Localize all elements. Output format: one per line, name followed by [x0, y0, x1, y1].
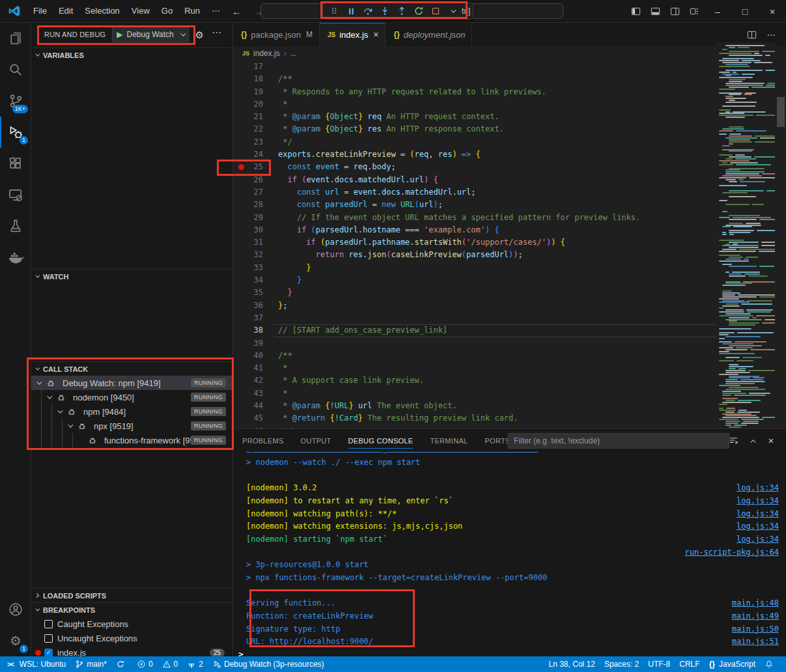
code-line-19[interactable]: 19 * Responds to any HTTP request relate…: [233, 86, 716, 98]
code-line-23[interactable]: 23 */: [233, 136, 716, 148]
status-item-braces[interactable]: {}JavaScript: [705, 656, 760, 672]
gutter-glyph[interactable]: [233, 73, 247, 85]
code-line-17[interactable]: 17: [233, 61, 716, 73]
editor-tab-package.json[interactable]: {}package.jsonM: [233, 23, 320, 46]
gutter-glyph[interactable]: [233, 61, 247, 73]
toggle-panel-icon[interactable]: [645, 0, 665, 23]
debug-settings-gear-icon[interactable]: ⚙: [195, 29, 204, 41]
status-item-error[interactable]: 0: [132, 656, 158, 672]
breakpoint-checkbox[interactable]: [44, 634, 53, 643]
breakpoints-section-header[interactable]: BREAKPOINTS: [31, 602, 232, 617]
breadcrumb-symbol[interactable]: ...: [290, 49, 297, 58]
code-line-20[interactable]: 20 *: [233, 98, 716, 111]
line-number[interactable]: 30: [247, 224, 263, 236]
source-link[interactable]: main.js:48: [732, 598, 779, 608]
code-line-22[interactable]: 22 * @param {Object} res An HTTP respons…: [233, 123, 716, 135]
code-line-39[interactable]: 39: [233, 337, 716, 350]
code-line-18[interactable]: 18/**: [233, 73, 716, 85]
watch-section-header[interactable]: WATCH: [31, 269, 232, 283]
activity-item-source-control[interactable]: 1K+: [0, 85, 31, 117]
gutter-glyph[interactable]: [233, 400, 247, 412]
gutter-glyph[interactable]: [233, 98, 247, 111]
line-number[interactable]: 24: [247, 148, 263, 161]
gutter-glyph[interactable]: [233, 212, 247, 224]
line-number[interactable]: 26: [247, 174, 263, 186]
line-number[interactable]: 37: [247, 312, 263, 324]
gutter-glyph[interactable]: [233, 186, 247, 199]
customize-layout-icon[interactable]: [684, 0, 704, 23]
line-number[interactable]: 38: [247, 324, 263, 337]
source-link[interactable]: main.js:50: [732, 624, 779, 634]
code-line-38[interactable]: 38// [START add_ons_case_preview_link]: [233, 324, 716, 337]
gutter-glyph[interactable]: [233, 174, 247, 186]
debug-session-dropdown-icon[interactable]: [444, 4, 461, 18]
call-stack-row[interactable]: nodemon [9450]RUNNING: [31, 390, 232, 404]
code-line-30[interactable]: 30 if (parsedUrl.hostname === 'example.c…: [233, 224, 716, 236]
status-item-spaces[interactable]: Spaces: 2: [600, 656, 643, 672]
maximize-panel-icon[interactable]: [746, 436, 763, 445]
panel-tab-terminal[interactable]: TERMINAL: [430, 429, 468, 452]
breakpoint-checkbox[interactable]: ✓: [44, 649, 53, 657]
pause-button[interactable]: [343, 4, 359, 18]
gutter-glyph[interactable]: [233, 224, 247, 236]
activity-item-settings[interactable]: ⚙1: [0, 625, 31, 656]
gutter-glyph[interactable]: [233, 86, 247, 98]
restart-button[interactable]: [410, 4, 427, 18]
line-number[interactable]: 33: [247, 262, 263, 274]
call-stack-section-header[interactable]: CALL STACK: [31, 361, 232, 376]
line-number[interactable]: 42: [247, 374, 263, 387]
line-number[interactable]: 17: [247, 61, 263, 73]
gutter-glyph[interactable]: [233, 249, 247, 261]
line-number[interactable]: 28: [247, 199, 263, 211]
breadcrumb-file[interactable]: index.js: [253, 49, 280, 58]
line-number[interactable]: 19: [247, 86, 263, 98]
gutter-glyph[interactable]: [233, 362, 247, 374]
code-line-25[interactable]: 25 const event = req.body;: [233, 161, 716, 173]
line-number[interactable]: 27: [247, 186, 263, 199]
line-number[interactable]: 44: [247, 400, 263, 412]
gutter-glyph[interactable]: [233, 111, 247, 123]
maximize-button[interactable]: □: [731, 0, 759, 23]
code-line-41[interactable]: 41 *: [233, 362, 716, 374]
source-link[interactable]: main.js:51: [732, 637, 779, 646]
breakpoint-dot-icon[interactable]: [238, 164, 244, 170]
code-line-37[interactable]: 37: [233, 312, 716, 324]
line-number[interactable]: 29: [247, 212, 263, 224]
menu-item-view[interactable]: View: [126, 3, 156, 19]
gutter-glyph[interactable]: [233, 262, 247, 274]
activity-item-remote-explorer[interactable]: [0, 179, 31, 210]
editor-tab-index.js[interactable]: JSindex.js×: [320, 23, 386, 46]
status-item-broadcast[interactable]: 2: [182, 656, 208, 672]
gutter-glyph[interactable]: [233, 374, 247, 387]
stop-button[interactable]: [427, 4, 444, 18]
launch-config-dropdown[interactable]: ▶ Debug Watch: [112, 27, 189, 42]
call-stack-row[interactable]: functions-framework [954...RUNNING: [31, 433, 232, 447]
variables-section-header[interactable]: VARIABLES: [31, 48, 232, 62]
code-line-29[interactable]: 29 // If the event object URL matches a …: [233, 212, 716, 224]
toggle-secondary-sidebar-icon[interactable]: [665, 0, 684, 23]
code-line-27[interactable]: 27 const url = event.docs.matchedUrl.url…: [233, 186, 716, 199]
code-line-33[interactable]: 33 }: [233, 262, 716, 274]
line-number[interactable]: 45: [247, 412, 263, 425]
console-filter-input[interactable]: [508, 433, 729, 449]
code-line-26[interactable]: 26 if (event.docs.matchedUrl.url) {: [233, 174, 716, 186]
status-item-debug[interactable]: Debug Watch (3p-resources): [208, 656, 329, 672]
code-line-42[interactable]: 42 * A support case link preview.: [233, 374, 716, 387]
code-line-34[interactable]: 34 }: [233, 274, 716, 287]
breadcrumb[interactable]: JS index.js › ...: [233, 46, 786, 61]
source-link[interactable]: log.js:34: [737, 496, 779, 505]
line-number[interactable]: 43: [247, 387, 263, 400]
panel-tab-problems[interactable]: PROBLEMS: [242, 429, 284, 452]
status-item-ln-38[interactable]: Ln 38, Col 12: [544, 656, 600, 672]
source-link[interactable]: run-script-pkg.js:64: [685, 548, 779, 557]
gutter-glyph[interactable]: [233, 350, 247, 362]
code-line-44[interactable]: 44 * @param {!URL} url The event object.: [233, 400, 716, 412]
call-stack-row[interactable]: npm [9484]RUNNING: [31, 404, 232, 419]
views-more-icon[interactable]: ⋯: [212, 27, 222, 38]
line-number[interactable]: 22: [247, 123, 263, 135]
breakpoint-row[interactable]: Uncaught Exceptions: [31, 631, 232, 645]
activity-item-extensions[interactable]: [0, 148, 31, 179]
status-item-utf-8[interactable]: UTF-8: [643, 656, 675, 672]
code-line-21[interactable]: 21 * @param {Object} req An HTTP request…: [233, 111, 716, 123]
debug-console[interactable]: npx functions-framework --target=createL…: [233, 452, 786, 657]
